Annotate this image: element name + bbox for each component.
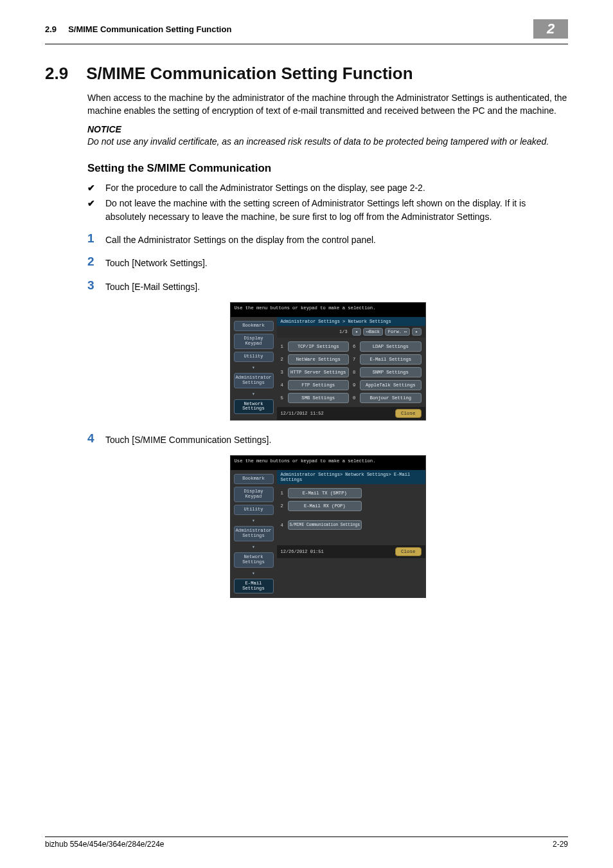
step-number: 3 — [87, 279, 105, 293]
option-label: TCP/IP Settings — [288, 341, 350, 352]
menu-option[interactable]: 6LDAP Settings — [353, 341, 422, 352]
side-button[interactable]: Administrator Settings — [234, 526, 274, 541]
step-number: 2 — [87, 255, 105, 269]
side-button[interactable]: Bookmark — [234, 321, 274, 331]
chapter-badge-number: 2 — [547, 21, 555, 37]
page-indicator: 1/3 — [339, 329, 348, 334]
menu-option[interactable]: 0Bonjour Setting — [353, 393, 422, 403]
option-number: 0 — [353, 395, 360, 401]
header-section-ref: 2.9 — [45, 24, 57, 34]
pager-back-button[interactable]: ↤Back — [363, 328, 383, 336]
option-label: LDAP Settings — [360, 341, 422, 352]
option-number: 8 — [353, 370, 360, 375]
side-button[interactable]: Utility — [234, 505, 274, 515]
header-rule — [45, 44, 568, 44]
menu-option[interactable]: 4S/MIME Communication Settings — [281, 520, 362, 530]
side-button-selected[interactable]: E-Mail Settings — [234, 579, 274, 594]
chevron-down-icon: ▾ — [234, 570, 274, 576]
screen-hint: Use the menu buttons or keypad to make a… — [231, 456, 425, 470]
intro-paragraph: When access to the machine by the admini… — [87, 91, 568, 118]
prereq-item: ✔ For the procedure to call the Administ… — [87, 181, 568, 194]
screenshot-network-settings: Use the menu buttons or keypad to make a… — [230, 302, 426, 420]
menu-option[interactable]: 8SNMP Settings — [353, 367, 422, 377]
screenshot-email-settings: Use the menu buttons or keypad to make a… — [230, 455, 426, 598]
option-label: SNMP Settings — [360, 367, 422, 377]
screen-timestamp: 12/26/2012 01:51 — [281, 549, 324, 554]
breadcrumb: Administrator Settings > Network Setting… — [277, 317, 425, 326]
screen-timestamp: 12/11/2012 11:52 — [281, 411, 324, 416]
header-section-name: S/MIME Communication Setting Function — [68, 24, 231, 34]
option-label: S/MIME Communication Settings — [288, 520, 362, 530]
prereq-text: For the procedure to call the Administra… — [105, 181, 425, 194]
chevron-down-icon: ▾ — [234, 391, 274, 397]
step-item: 2 Touch [Network Settings]. — [87, 255, 568, 269]
subheading: Setting the S/MIME Communication — [87, 162, 568, 175]
menu-option[interactable]: 7E-Mail Settings — [353, 354, 422, 365]
close-button[interactable]: Close — [395, 547, 422, 556]
option-label: SMB Settings — [288, 393, 350, 403]
option-number: 4 — [281, 523, 288, 528]
option-label: E-Mail Settings — [360, 354, 422, 365]
prereq-item: ✔ Do not leave the machine with the sett… — [87, 197, 568, 223]
check-icon: ✔ — [87, 181, 105, 194]
step-item: 4 Touch [S/MIME Communication Settings]. — [87, 432, 568, 446]
menu-option[interactable]: 2E-Mail RX (POP) — [281, 501, 362, 511]
section-number: 2.9 — [45, 64, 68, 84]
pager-last-button[interactable]: ▸ — [412, 328, 421, 336]
section-title: S/MIME Communication Setting Function — [86, 64, 413, 84]
footer-page-number: 2-29 — [553, 840, 568, 849]
option-number: 5 — [281, 395, 288, 401]
menu-option[interactable]: 1TCP/IP Settings — [281, 341, 350, 352]
step-number: 1 — [87, 232, 105, 246]
option-number: 9 — [353, 383, 360, 388]
pager-first-button[interactable]: ◂ — [352, 328, 361, 336]
option-number: 1 — [281, 344, 288, 349]
menu-option[interactable]: 5SMB Settings — [281, 393, 350, 403]
side-button[interactable]: Administrator Settings — [234, 373, 274, 388]
option-label: AppleTalk Settings — [360, 380, 422, 390]
side-button[interactable]: Display Keypad — [234, 334, 274, 349]
option-number: 6 — [353, 344, 360, 349]
side-button[interactable]: Bookmark — [234, 474, 274, 484]
notice-body: Do not use any invalid certificate, as a… — [87, 136, 568, 149]
step-text: Call the Administrator Settings on the d… — [105, 232, 376, 246]
footer-model: bizhub 554e/454e/364e/284e/224e — [45, 840, 164, 849]
close-button[interactable]: Close — [395, 409, 422, 418]
step-text: Touch [S/MIME Communication Settings]. — [105, 432, 271, 446]
step-text: Touch [E-Mail Settings]. — [105, 279, 200, 293]
option-number: 3 — [281, 370, 288, 375]
option-label: Bonjour Setting — [360, 393, 422, 403]
chevron-down-icon: ▾ — [234, 544, 274, 550]
menu-option[interactable]: 3HTTP Server Settings — [281, 367, 350, 377]
chevron-down-icon: ▾ — [234, 365, 274, 370]
pager-forward-button[interactable]: Forw. ↦ — [385, 328, 410, 336]
side-button[interactable]: Utility — [234, 352, 274, 362]
option-number: 4 — [281, 383, 288, 388]
side-button-selected[interactable]: Network Settings — [234, 399, 274, 415]
side-button[interactable]: Display Keypad — [234, 487, 274, 502]
step-item: 1 Call the Administrator Settings on the… — [87, 232, 568, 246]
check-icon: ✔ — [87, 197, 105, 223]
menu-option[interactable]: 9AppleTalk Settings — [353, 380, 422, 390]
option-number: 1 — [281, 491, 288, 496]
chapter-badge: 2 — [533, 19, 568, 39]
screen-hint: Use the menu buttons or keypad to make a… — [231, 303, 425, 317]
chevron-down-icon: ▾ — [234, 518, 274, 523]
menu-option[interactable]: 1E-Mail TX (SMTP) — [281, 488, 362, 498]
menu-option[interactable]: 4FTP Settings — [281, 380, 350, 390]
prereq-text: Do not leave the machine with the settin… — [105, 197, 568, 223]
breadcrumb: Administrator Settings> Network Settings… — [277, 470, 425, 484]
side-button[interactable]: Network Settings — [234, 552, 274, 568]
step-number: 4 — [87, 432, 105, 446]
option-number: 2 — [281, 357, 288, 362]
option-label: E-Mail RX (POP) — [288, 501, 362, 511]
option-label: HTTP Server Settings — [288, 367, 350, 377]
step-text: Touch [Network Settings]. — [105, 255, 208, 269]
step-item: 3 Touch [E-Mail Settings]. — [87, 279, 568, 293]
option-label: FTP Settings — [288, 380, 350, 390]
option-label: NetWare Settings — [288, 354, 350, 365]
notice-label: NOTICE — [87, 124, 568, 134]
option-number: 7 — [353, 357, 360, 362]
option-label: E-Mail TX (SMTP) — [288, 488, 362, 498]
menu-option[interactable]: 2NetWare Settings — [281, 354, 350, 365]
